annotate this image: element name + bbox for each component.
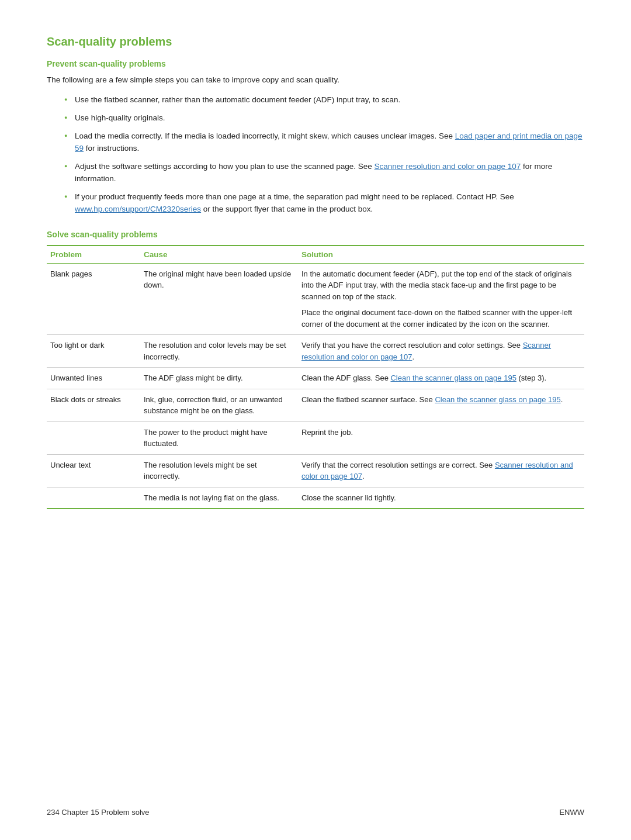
solution-black-dots-1-before: Clean the flatbed scanner surface. See	[301, 395, 435, 404]
problem-too-light-dark: Too light or dark	[47, 335, 140, 368]
list-item-2: Use high-quality originals.	[64, 112, 584, 125]
solve-section: Solve scan-quality problems Problem Caus…	[47, 230, 584, 510]
table-row-unwanted-lines: Unwanted lines The ADF glass might be di…	[47, 368, 584, 389]
footer-left: 234 Chapter 15 Problem solve	[47, 808, 150, 817]
solution-black-dots-1: Clean the flatbed scanner surface. See C…	[298, 389, 584, 421]
problem-black-dots: Black dots or streaks	[47, 389, 140, 421]
link-hp-support[interactable]: www.hp.com/support/CM2320series	[75, 205, 201, 213]
table-header-row: Problem Cause Solution	[47, 246, 584, 264]
bullet-text-4a: Adjust the software settings according t…	[75, 162, 375, 171]
solution-unwanted-before: Clean the ADF glass. See	[301, 374, 390, 382]
link-clean-scanner-2[interactable]: Clean the scanner glass on page 195	[435, 395, 560, 404]
bullet-text-5b: or the support flyer that came in the pr…	[201, 205, 373, 213]
bullet-text-3b: for instructions.	[84, 144, 139, 153]
list-item-4: Adjust the software settings according t…	[64, 161, 584, 185]
cause-black-dots-2: The power to the product might have fluc…	[140, 421, 298, 454]
problem-unclear-text: Unclear text	[47, 454, 140, 487]
solution-unwanted-after: (step 3).	[516, 374, 546, 382]
cause-unclear-text-1: The resolution levels might be set incor…	[140, 454, 298, 487]
list-item-5: If your product frequently feeds more th…	[64, 191, 584, 216]
intro-paragraph: The following are a few simple steps you…	[47, 74, 584, 86]
link-scanner-resolution-1[interactable]: Scanner resolution and color on page 107	[375, 162, 521, 171]
solution-too-light-dark: Verify that you have the correct resolut…	[298, 335, 584, 368]
solution-blank-pages: In the automatic document feeder (ADF), …	[298, 263, 584, 335]
col-header-problem: Problem	[47, 246, 140, 264]
cause-unclear-text-2: The media is not laying flat on the glas…	[140, 487, 298, 509]
solution-light-dark-after: .	[412, 352, 414, 361]
col-header-solution: Solution	[298, 246, 584, 264]
solution-unwanted-lines: Clean the ADF glass. See Clean the scann…	[298, 368, 584, 389]
bullet-text-3a: Load the media correctly. If the media i…	[75, 132, 455, 140]
bullet-list: Use the flatbed scanner, rather than the…	[64, 94, 584, 215]
page-title: Scan-quality problems	[47, 35, 584, 49]
problem-blank-pages: Blank pages	[47, 263, 140, 335]
solution-blank-pages-p1: In the automatic document feeder (ADF), …	[301, 268, 578, 303]
problem-unwanted-lines: Unwanted lines	[47, 368, 140, 389]
link-clean-scanner-1[interactable]: Clean the scanner glass on page 195	[390, 374, 516, 382]
problems-table: Problem Cause Solution Blank pages The o…	[47, 245, 584, 510]
footer: 234 Chapter 15 Problem solve ENWW	[0, 808, 631, 817]
solution-light-dark-before: Verify that you have the correct resolut…	[301, 341, 523, 350]
solution-unclear-text-1: Verify that the correct resolution setti…	[298, 454, 584, 487]
table-body: Blank pages The original might have been…	[47, 263, 584, 509]
bullet-text-5a: If your product frequently feeds more th…	[75, 192, 514, 201]
solution-unclear-text-1-after: .	[362, 472, 365, 481]
list-item-1: Use the flatbed scanner, rather than the…	[64, 94, 584, 106]
solution-black-dots-2: Reprint the job.	[298, 421, 584, 454]
table-row-unclear-text-2: The media is not laying flat on the glas…	[47, 487, 584, 509]
table-row-black-dots-2: The power to the product might have fluc…	[47, 421, 584, 454]
list-item-3: Load the media correctly. If the media i…	[64, 130, 584, 155]
cause-unwanted-lines: The ADF glass might be dirty.	[140, 368, 298, 389]
table-row-too-light-dark: Too light or dark The resolution and col…	[47, 335, 584, 368]
problem-black-dots-empty	[47, 421, 140, 454]
solution-unclear-text-1-before: Verify that the correct resolution setti…	[301, 461, 495, 469]
table-row-unclear-text-1: Unclear text The resolution levels might…	[47, 454, 584, 487]
table-row-blank-pages: Blank pages The original might have been…	[47, 263, 584, 335]
cause-too-light-dark: The resolution and color levels may be s…	[140, 335, 298, 368]
problem-unclear-text-empty	[47, 487, 140, 509]
solution-black-dots-1-after: .	[561, 395, 563, 404]
prevent-title: Prevent scan-quality problems	[47, 59, 584, 68]
cause-black-dots-1: Ink, glue, correction fluid, or an unwan…	[140, 389, 298, 421]
bullet-text-1: Use the flatbed scanner, rather than the…	[75, 95, 400, 104]
solution-unclear-text-2: Close the scanner lid tightly.	[298, 487, 584, 509]
table-row-black-dots-1: Black dots or streaks Ink, glue, correct…	[47, 389, 584, 421]
cause-blank-pages: The original might have been loaded upsi…	[140, 263, 298, 335]
footer-right: ENWW	[559, 808, 584, 817]
col-header-cause: Cause	[140, 246, 298, 264]
bullet-text-2: Use high-quality originals.	[75, 113, 165, 122]
solution-blank-pages-p2: Place the original document face-down on…	[301, 307, 578, 330]
solve-title: Solve scan-quality problems	[47, 230, 584, 239]
